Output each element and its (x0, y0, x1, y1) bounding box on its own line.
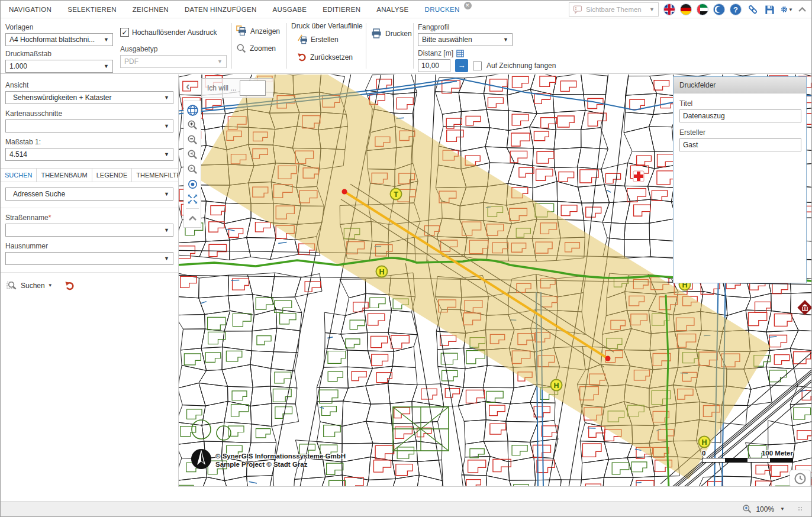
distanz-label: Distanz [m] (418, 49, 453, 57)
titel-input[interactable] (679, 109, 801, 122)
kartenausschnitte-label: Kartenausschnitte (5, 109, 173, 118)
map-marker-h-4[interactable]: H (698, 436, 711, 448)
drucken-button[interactable]: Drucken (370, 28, 412, 40)
massstab-select[interactable]: 4.514▼ (5, 148, 173, 161)
zuruecksetzen-label: Zurücksetzen (310, 53, 353, 62)
map-toolbar (183, 101, 201, 228)
zuruecksetzen-button[interactable]: Zurücksetzen (297, 52, 363, 62)
resize-grip[interactable] (798, 506, 803, 512)
ansicht-value: Sehenswürdigkeiten + Kataster (13, 93, 111, 102)
druckfelder-panel: Druckfelder Titel Ersteller (673, 76, 807, 283)
map-marker-t-0[interactable]: T (390, 188, 402, 201)
fangen-checkbox[interactable] (473, 62, 482, 70)
ausgabetyp-select[interactable]: PDF▼ (120, 55, 227, 68)
gear-icon[interactable]: ▼ (781, 4, 793, 16)
page-zoom-caret-icon[interactable]: ▼ (780, 506, 785, 512)
search-type-select[interactable]: Adressen Suche▼ (5, 188, 173, 201)
kartenausschnitte-select[interactable]: ▼ (5, 119, 173, 133)
ausgabetyp-value: PDF (124, 57, 138, 66)
sidebar-tab-suchen[interactable]: SUCHEN (1, 169, 37, 182)
save-icon[interactable] (763, 4, 776, 16)
ich-will-input[interactable] (240, 80, 266, 96)
hochaufloesend-checkbox-row[interactable]: ✓ Hochauflösender Ausdruck (120, 28, 227, 37)
tab-selektieren[interactable]: SELEKTIEREN (67, 6, 117, 13)
help-icon[interactable]: ? (730, 4, 742, 15)
drucken-ribbon: Vorlagen A4 Hochformat blattschni...▼ Dr… (1, 18, 811, 74)
visible-themes-dropdown[interactable]: Sichtbare Themen ▼ (569, 2, 659, 17)
anzeigen-button[interactable]: Anzeigen (236, 25, 280, 37)
language-arabic-icon[interactable] (697, 4, 708, 15)
tab-navigation[interactable]: NAVIGATION (9, 6, 51, 13)
full-extent-icon[interactable] (185, 192, 200, 206)
hochaufloesend-label: Hochauflösender Ausdruck (132, 28, 217, 37)
center-map-icon[interactable] (185, 177, 200, 192)
fangprofil-value: Bitte auswählen (422, 35, 472, 44)
map-viewport[interactable]: ‹ Ich will ... (178, 75, 812, 487)
reset-icon (297, 52, 307, 62)
map-marker-h-1[interactable]: H (376, 266, 388, 278)
ersteller-label: Ersteller (679, 128, 800, 137)
map-marker-h-3[interactable]: H (550, 379, 563, 392)
fangprofil-label: Fangprofil (418, 23, 613, 31)
map-attribution: © SynerGIS Informationssysteme GmbH Samp… (215, 452, 346, 468)
zoom-out-icon[interactable] (185, 133, 200, 147)
suchen-button[interactable]: Suchen ▼ (7, 280, 53, 291)
tab-drucken[interactable]: DRUCKEN ✕ (425, 6, 469, 13)
drucken-label: Drucken (385, 30, 412, 38)
search-type-value: Adressen Suche (13, 190, 65, 198)
hospital-cross-icon (633, 171, 644, 182)
grid-icon[interactable] (456, 50, 464, 57)
zoomen-button[interactable]: Zoomen (236, 43, 280, 54)
sidebar-tab-legende[interactable]: LEGENDE (92, 169, 133, 182)
tab-daten-hinzufuegen[interactable]: DATEN HINZUFÜGEN (185, 6, 257, 13)
close-tab-icon[interactable]: ✕ (464, 2, 472, 9)
tab-ausgabe[interactable]: AUSGABE (273, 6, 307, 13)
vorlagen-value: A4 Hochformat blattschni... (9, 35, 95, 44)
titel-label: Titel (679, 99, 800, 108)
scale-zero-label: 0 (702, 450, 705, 457)
apply-distance-button[interactable]: → (455, 59, 468, 72)
page-zoom-icon[interactable] (742, 504, 752, 514)
ansicht-label: Ansicht (5, 81, 173, 89)
night-mode-icon[interactable] (713, 4, 725, 15)
left-panel: Ansicht Sehenswürdigkeiten + Kataster▼ K… (1, 75, 178, 500)
ersteller-input[interactable] (679, 138, 801, 151)
collapse-panel-icon[interactable]: ‹ (186, 79, 190, 93)
hausnummer-label: Hausnummer (5, 242, 173, 250)
massstab-value: 4.514 (9, 150, 27, 159)
zoom-in-icon[interactable] (185, 118, 200, 133)
time-slider-button[interactable] (790, 470, 811, 487)
strassenname-select[interactable]: ▼ (5, 224, 173, 237)
druckfelder-panel-header[interactable]: Druckfelder (674, 77, 806, 93)
hausnummer-select[interactable]: ▼ (5, 252, 173, 265)
reset-search-icon[interactable] (65, 280, 75, 291)
druckmassstab-select[interactable]: 1.000▼ (5, 60, 113, 73)
verlauflinie-group-label: Druck über Verlauflinie (291, 22, 363, 30)
vorlagen-select[interactable]: A4 Hochformat blattschni...▼ (5, 33, 113, 46)
toolbar-collapse-icon[interactable] (185, 211, 200, 225)
fangprofil-select[interactable]: Bitte auswählen▼ (418, 33, 513, 46)
tab-editieren[interactable]: EDITIEREN (323, 6, 360, 13)
ansicht-select[interactable]: Sehenswürdigkeiten + Kataster▼ (5, 91, 173, 104)
erstellen-label: Erstellen (311, 35, 339, 44)
ich-will-widget[interactable]: Ich will ... (201, 78, 273, 98)
language-english-icon[interactable] (663, 4, 675, 15)
language-german-icon[interactable] (680, 4, 692, 15)
druckmassstab-label: Druckmaßstab (5, 50, 113, 58)
next-extent-icon[interactable] (185, 162, 200, 177)
compass-icon (189, 447, 213, 471)
previous-extent-icon[interactable] (185, 147, 200, 162)
hochaufloesend-checkbox[interactable]: ✓ (120, 28, 129, 37)
tab-analyse[interactable]: ANALYSE (376, 6, 408, 13)
tab-zeichnen[interactable]: ZEICHNEN (133, 6, 169, 13)
sidebar-tab-themenbaum[interactable]: THEMENBAUM (37, 169, 92, 182)
fangen-label: Auf Zeichnung fangen (486, 62, 556, 70)
erstellen-button[interactable]: Erstellen (297, 34, 363, 45)
collapse-ribbon-icon[interactable] (798, 5, 807, 14)
overview-globe-icon[interactable] (185, 103, 200, 118)
distanz-input[interactable] (418, 59, 450, 72)
status-bar: 100% ▼ (1, 501, 811, 516)
link-icon[interactable] (746, 4, 759, 16)
suchen-caret-icon[interactable]: ▼ (48, 283, 53, 288)
create-profile-line-icon (297, 34, 308, 45)
